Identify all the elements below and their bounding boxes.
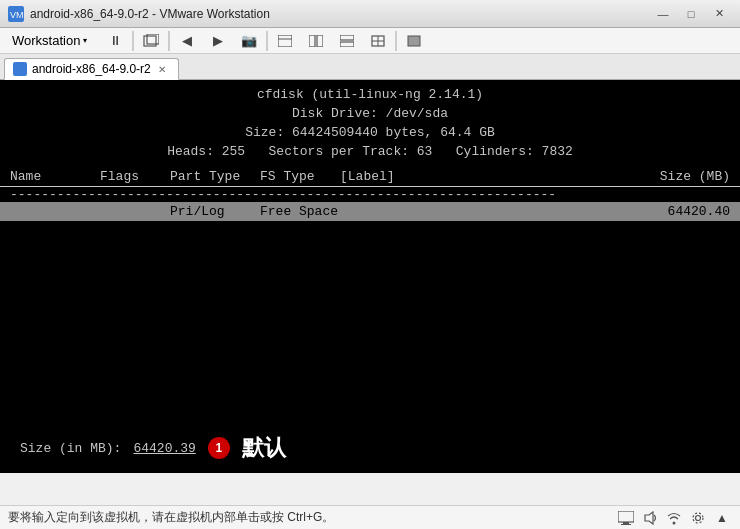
free-size-cell: 64420.40 xyxy=(460,204,730,219)
window-title: android-x86_64-9.0-r2 - VMware Workstati… xyxy=(30,7,650,21)
default-label: 默认 xyxy=(242,433,286,463)
terminal-content: cfdisk (util-linux-ng 2.14.1) Disk Drive… xyxy=(0,80,740,423)
sound-icon-status[interactable] xyxy=(640,509,660,527)
bottom-input-area: Size (in MB): 64420.39 1 默认 xyxy=(0,423,740,473)
badge-number: 1 xyxy=(216,441,223,455)
vm-tab[interactable]: android-x86_64-9.0-r2 ✕ xyxy=(4,58,179,80)
minimize-button[interactable]: — xyxy=(650,4,676,24)
col-parttype-header: Part Type xyxy=(170,169,260,184)
menu-bar: Workstation ▾ ⏸ ◀ ▶ 📷 xyxy=(0,28,740,54)
tab-label: android-x86_64-9.0-r2 xyxy=(32,62,151,76)
tab-close-button[interactable]: ✕ xyxy=(156,63,168,76)
badge-circle: 1 xyxy=(208,437,230,459)
svg-text:VM: VM xyxy=(10,10,24,20)
svg-rect-6 xyxy=(309,35,315,47)
svg-point-20 xyxy=(693,513,703,523)
svg-rect-14 xyxy=(618,511,634,522)
col-label-header: [Label] xyxy=(340,169,460,184)
toolbar-view-3[interactable] xyxy=(333,29,361,53)
toolbar-pause-button[interactable]: ⏸ xyxy=(101,29,129,53)
free-flags-cell xyxy=(100,204,170,219)
vm-icon-status[interactable] xyxy=(616,509,636,527)
network-icon-status[interactable] xyxy=(664,509,684,527)
col-name-header: Name xyxy=(10,169,100,184)
expand-icon-status[interactable]: ▲ xyxy=(712,509,732,527)
status-text: 要将输入定向到该虚拟机，请在虚拟机内部单击或按 Ctrl+G。 xyxy=(8,509,610,526)
svg-rect-15 xyxy=(623,522,629,524)
geometry-line: Heads: 255 Sectors per Track: 63 Cylinde… xyxy=(0,143,740,162)
toolbar-separator-2 xyxy=(168,31,170,51)
toolbar-snapshot-next[interactable]: ▶ xyxy=(204,29,232,53)
toolbar-view-1[interactable] xyxy=(271,29,299,53)
col-size-header: Size (MB) xyxy=(460,169,730,184)
free-name-cell xyxy=(10,204,100,219)
toolbar-separator-1 xyxy=(132,31,134,51)
title-icon: VM xyxy=(8,6,24,22)
menu-chevron-icon: ▾ xyxy=(83,36,87,45)
svg-rect-13 xyxy=(408,36,420,46)
disk-drive-line: Disk Drive: /dev/sda xyxy=(0,105,740,124)
table-header: Name Flags Part Type FS Type [Label] Siz… xyxy=(0,167,740,187)
free-space-row: Pri/Log Free Space 64420.40 xyxy=(0,202,740,221)
toolbar-separator-3 xyxy=(266,31,268,51)
tab-bar: android-x86_64-9.0-r2 ✕ xyxy=(0,54,740,80)
free-parttype-cell: Pri/Log xyxy=(170,204,260,219)
close-button[interactable]: ✕ xyxy=(706,4,732,24)
status-bar: 要将输入定向到该虚拟机，请在虚拟机内部单击或按 Ctrl+G。 xyxy=(0,505,740,529)
col-fstype-header: FS Type xyxy=(260,169,340,184)
maximize-button[interactable]: □ xyxy=(678,4,704,24)
menu-workstation-label: Workstation xyxy=(12,33,80,48)
cfdisk-title: cfdisk (util-linux-ng 2.14.1) xyxy=(0,86,740,105)
col-flags-header: Flags xyxy=(100,169,170,184)
settings-icon-status[interactable] xyxy=(688,509,708,527)
toolbar-snap-button[interactable] xyxy=(137,29,165,53)
free-fstype-cell: Free Space xyxy=(260,204,340,219)
status-icons: ▲ xyxy=(616,509,732,527)
table-divider: ----------------------------------------… xyxy=(0,187,740,202)
svg-point-19 xyxy=(696,515,701,520)
toolbar-fullscreen[interactable] xyxy=(400,29,428,53)
toolbar-separator-4 xyxy=(395,31,397,51)
free-label-cell xyxy=(340,204,460,219)
size-value-display: 64420.39 xyxy=(133,441,195,456)
svg-rect-4 xyxy=(278,35,292,47)
title-bar: VM android-x86_64-9.0-r2 - VMware Workst… xyxy=(0,0,740,28)
toolbar-view-2[interactable] xyxy=(302,29,330,53)
vm-content-area[interactable]: cfdisk (util-linux-ng 2.14.1) Disk Drive… xyxy=(0,80,740,473)
svg-rect-9 xyxy=(340,42,354,47)
svg-marker-17 xyxy=(645,512,653,524)
menu-workstation[interactable]: Workstation ▾ xyxy=(4,30,95,51)
size-info-line: Size: 64424509440 bytes, 64.4 GB xyxy=(0,124,740,143)
toolbar-snapshot-prev[interactable]: ◀ xyxy=(173,29,201,53)
svg-rect-7 xyxy=(317,35,323,47)
tab-vm-icon xyxy=(13,62,27,76)
svg-rect-16 xyxy=(621,524,631,525)
svg-rect-8 xyxy=(340,35,354,40)
toolbar-snapshot-cam[interactable]: 📷 xyxy=(235,29,263,53)
size-in-mb-label: Size (in MB): xyxy=(20,441,121,456)
toolbar-view-4[interactable] xyxy=(364,29,392,53)
svg-point-18 xyxy=(673,521,676,524)
window-controls: — □ ✕ xyxy=(650,4,732,24)
